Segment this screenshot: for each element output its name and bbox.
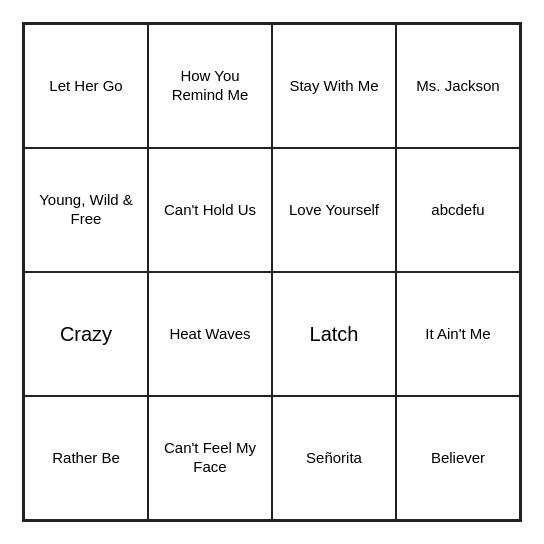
bingo-cell-8: Crazy xyxy=(24,272,148,396)
bingo-cell-12: Rather Be xyxy=(24,396,148,520)
bingo-cell-11: It Ain't Me xyxy=(396,272,520,396)
bingo-cell-3: Ms. Jackson xyxy=(396,24,520,148)
bingo-cell-1: How You Remind Me xyxy=(148,24,272,148)
bingo-cell-13: Can't Feel My Face xyxy=(148,396,272,520)
bingo-cell-4: Young, Wild & Free xyxy=(24,148,148,272)
bingo-cell-9: Heat Waves xyxy=(148,272,272,396)
bingo-cell-5: Can't Hold Us xyxy=(148,148,272,272)
bingo-cell-15: Believer xyxy=(396,396,520,520)
bingo-cell-10: Latch xyxy=(272,272,396,396)
bingo-cell-14: Señorita xyxy=(272,396,396,520)
bingo-cell-7: abcdefu xyxy=(396,148,520,272)
bingo-cell-0: Let Her Go xyxy=(24,24,148,148)
bingo-cell-2: Stay With Me xyxy=(272,24,396,148)
bingo-card: Let Her GoHow You Remind MeStay With MeM… xyxy=(22,22,522,522)
bingo-cell-6: Love Yourself xyxy=(272,148,396,272)
